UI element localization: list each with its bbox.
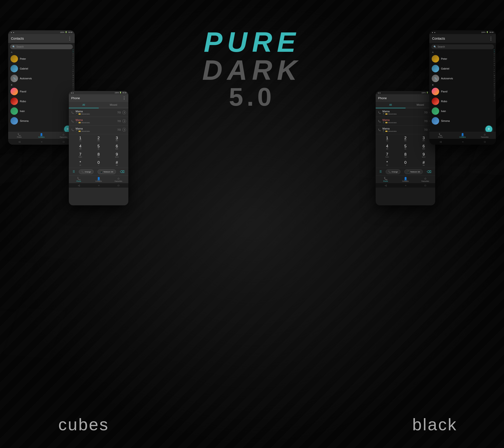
nav-phone-cl[interactable]: 📞 Phone <box>69 177 89 182</box>
nav-contacts-right[interactable]: 👤 Contacts <box>451 133 474 138</box>
telekom-icon-cr: 📱 <box>407 171 410 173</box>
contact-robo-left[interactable]: Robo <box>8 96 75 106</box>
dial-9-cl[interactable]: 9 WXYZ <box>108 151 126 159</box>
call-item-1-cr[interactable]: 📞 Mama 📱💳Slovensko 7/3 ℹ <box>376 108 435 117</box>
dial-star-cl[interactable]: * (P) <box>71 159 89 167</box>
nav-contacts-icon-cl: 👤 <box>97 177 101 180</box>
nav-contacts-left[interactable]: 👤 Contacts <box>30 133 53 138</box>
dial-7-cr[interactable]: 7 PQRS <box>378 151 396 159</box>
sys-nav-left: ◁ ○ □ <box>8 139 75 145</box>
dial-8-cl[interactable]: 8 TUV <box>89 151 108 159</box>
contact-peter-left[interactable]: Peter <box>8 54 75 64</box>
home-cl[interactable]: ○ <box>98 184 99 187</box>
contact-pavol-right[interactable]: Pavol <box>429 87 496 96</box>
back-btn-left[interactable]: ◁ <box>18 141 20 143</box>
call-info-btn-3-cl[interactable]: ℹ <box>122 128 126 132</box>
search-bar-left[interactable]: 🔍 Search <box>10 44 73 49</box>
orange-btn-cr[interactable]: 📞 Orange <box>386 169 400 174</box>
contact-ivan-left[interactable]: Ivan <box>8 106 75 116</box>
recents-cr[interactable]: □ <box>425 184 426 187</box>
contact-gabriel-right[interactable]: Gabriel <box>429 64 496 73</box>
dial-4-cr[interactable]: 4 GHI <box>378 143 396 151</box>
call-name-3-cl: Mama <box>76 127 116 130</box>
dial-2-cl[interactable]: 2 ABC <box>89 135 108 143</box>
name-pavol-right: Pavol <box>441 90 448 93</box>
fab-button-right[interactable]: + <box>485 125 492 133</box>
call-item-1-cl[interactable]: 📞 Mama 📱💳Slovensko 7/3 ℹ <box>69 108 128 117</box>
dial-7-cl[interactable]: 7 PQRS <box>71 151 89 159</box>
call-info-btn-2-cl[interactable]: ℹ <box>122 119 126 123</box>
grid-icon-cl[interactable]: ⠿ <box>72 170 75 174</box>
call-list-cr: 📞 Mama 📱💳Slovensko 7/3 ℹ 📞 Mama 📱💳Sloven… <box>376 108 435 134</box>
dial-1-cl[interactable]: 1 GQ <box>71 135 89 143</box>
tab-missed-cl[interactable]: Missed <box>99 102 128 108</box>
recents-btn-right[interactable]: □ <box>484 141 486 143</box>
avatar-pavol-right <box>432 88 439 95</box>
recents-cl[interactable]: □ <box>118 184 119 187</box>
status-bar-cl: ▲▲ 100%🔋08:08 <box>69 91 128 94</box>
back-btn-right[interactable]: ◁ <box>440 141 441 143</box>
phone-header-cl: Phone ⋮ <box>69 94 128 102</box>
contact-gabriel-left[interactable]: Gabriel <box>8 64 75 73</box>
tab-all-cl[interactable]: All <box>69 102 99 108</box>
call-item-3-cl[interactable]: 📞 Mama 📱💳Slovensko 7/3 ℹ <box>69 125 128 134</box>
contact-ivan-right[interactable]: Ivan <box>429 106 496 116</box>
recents-btn-left[interactable]: □ <box>63 141 64 143</box>
backspace-cl[interactable]: ⌫ <box>120 170 125 174</box>
home-btn-left[interactable]: ○ <box>41 141 42 143</box>
dial-0-cr[interactable]: 0 + <box>396 159 414 167</box>
home-btn-right[interactable]: ○ <box>462 141 463 143</box>
telekom-label-cr: Telekom SK <box>410 171 420 173</box>
menu-dots-left[interactable]: ⋮ <box>68 36 72 41</box>
dial-star-cr[interactable]: * (P) <box>378 159 396 167</box>
grid-icon-cr[interactable]: ⠿ <box>379 170 382 174</box>
dial-5-cl[interactable]: 5 JKL <box>89 143 108 151</box>
nav-fav-cl[interactable]: ☆ Favourites <box>108 177 128 182</box>
nav-fav-right[interactable]: ☆ Favourites <box>474 133 496 138</box>
telekom-btn-cl[interactable]: 📱 Telekom SK <box>98 169 116 174</box>
nav-contacts-cr[interactable]: 👤 Contacts <box>396 177 415 182</box>
avatar-gabriel-right <box>432 65 439 72</box>
back-cl[interactable]: ◁ <box>78 184 80 187</box>
contact-peter-right[interactable]: Peter <box>429 54 496 64</box>
tab-all-cr[interactable]: All <box>376 102 406 108</box>
dial-1-cr[interactable]: 1 GQ <box>378 135 396 143</box>
nav-fav-cr[interactable]: ☆ Favourites <box>415 177 435 182</box>
home-cr[interactable]: ○ <box>405 184 406 187</box>
dial-6-cl[interactable]: 6 MNO <box>108 143 126 151</box>
call-item-2-cr[interactable]: 📞 Mama 📱💳Slovensko 7/3 ℹ <box>376 117 435 125</box>
dial-4-cl[interactable]: 4 GHI <box>71 143 89 151</box>
dial-3-cl[interactable]: 3 DEF <box>108 135 126 143</box>
contact-pavol-left[interactable]: Pavol <box>8 87 75 96</box>
dial-5-cr[interactable]: 5 JKL <box>396 143 414 151</box>
contact-autoservis-left[interactable]: 🔧 Autoservis <box>8 73 75 83</box>
call-item-3-cr[interactable]: 📞 Mama 📱💳Slovensko 7/3 ℹ <box>376 125 435 134</box>
status-r-cl: 100%🔋08:08 <box>115 92 126 93</box>
dial-9-cr[interactable]: 9 WXYZ <box>415 151 433 159</box>
dial-8-cr[interactable]: 8 TUV <box>396 151 414 159</box>
telekom-btn-cr[interactable]: 📱 Telekom SK <box>404 169 423 174</box>
contact-autoservis-right[interactable]: 🔧 Autoservis <box>429 73 496 83</box>
call-item-2-cl[interactable]: 📞 Mama 📱💳Slovensko 7/3 ℹ <box>69 117 128 125</box>
orange-btn-cl[interactable]: 📞 Orange <box>79 169 93 174</box>
label-black: black <box>412 415 457 434</box>
nav-contacts-cl[interactable]: 👤 Contacts <box>89 177 108 182</box>
contact-simona-left[interactable]: Simona <box>8 116 75 126</box>
dial-2-cr[interactable]: 2 ABC <box>396 135 414 143</box>
back-cr[interactable]: ◁ <box>385 184 387 187</box>
dial-hash-cr[interactable]: # (W) <box>415 159 433 167</box>
nav-contacts-label-cr: Contacts <box>402 180 409 182</box>
nav-phone-left[interactable]: 📞 Phone <box>8 133 30 138</box>
nav-phone-right[interactable]: 📞 Phone <box>429 133 451 138</box>
backspace-cr[interactable]: ⌫ <box>427 170 432 174</box>
dial-0-cl[interactable]: 0 + <box>89 159 108 167</box>
call-info-btn-1-cl[interactable]: ℹ <box>122 111 126 114</box>
call-name-3-cr: Mama <box>382 127 423 130</box>
menu-dots-right[interactable]: ⋮ <box>489 36 493 41</box>
contact-simona-right[interactable]: Simona <box>429 116 496 126</box>
phone-menu-cl[interactable]: ⋮ <box>122 96 126 100</box>
contact-robo-right[interactable]: Robo <box>429 96 496 106</box>
dial-hash-cl[interactable]: # (W) <box>108 159 126 167</box>
search-bar-right[interactable]: 🔍 Search <box>431 44 494 49</box>
nav-phone-cr[interactable]: 📞 Phone <box>376 177 396 182</box>
